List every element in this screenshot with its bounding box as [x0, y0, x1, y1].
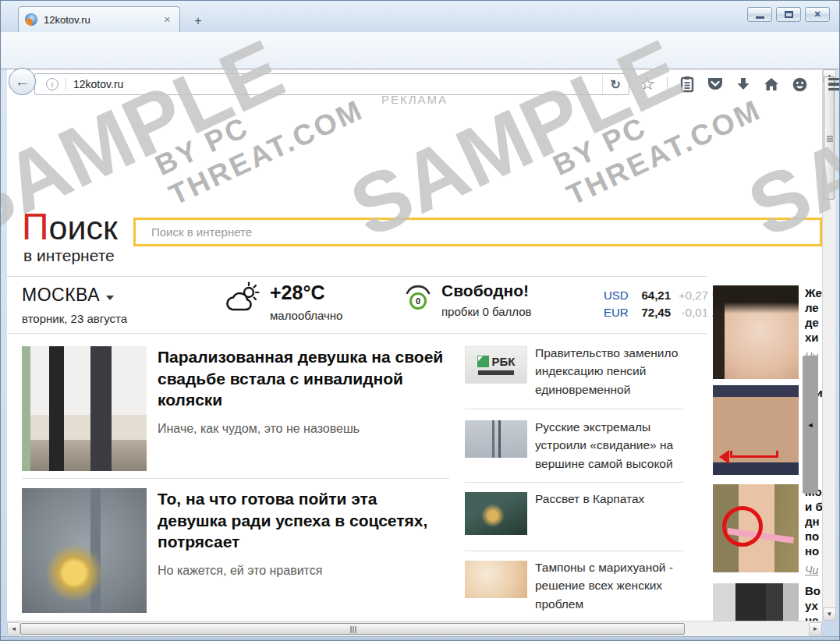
menu-button[interactable] [825, 75, 840, 94]
minimize-button[interactable] [747, 7, 772, 22]
rbc-logo-text: РБК [492, 355, 516, 368]
logo-initial: П [22, 206, 49, 247]
city-selector[interactable]: МОСКВА вторник, 23 августа [22, 285, 127, 325]
currency-value: 72,45 [633, 306, 671, 319]
divider [465, 409, 683, 409]
tab-close-icon[interactable]: ✕ [161, 13, 173, 27]
scroll-down-button[interactable]: ▼ [823, 607, 836, 621]
url-bar[interactable]: i 12kotov.ru ↻ [34, 73, 629, 95]
article-image-wedding[interactable] [22, 346, 147, 471]
article-title[interactable]: Парализованная девушка на своей свадьбе … [158, 346, 449, 411]
browser-tab[interactable]: 12kotov.ru ✕ [18, 6, 180, 32]
star-icon: ☆ [640, 76, 655, 93]
news-item[interactable]: Русские экстремалы устроили «свидание» н… [465, 418, 683, 473]
horizontal-scroll-thumb[interactable] [20, 623, 685, 635]
rbc-logo-bar [478, 370, 514, 375]
traffic-widget[interactable]: 0 Свободно! пробки 0 баллов [402, 282, 532, 318]
chevron-down-icon [106, 296, 114, 300]
divider [7, 333, 707, 334]
ad-image-stomach[interactable] [713, 385, 799, 475]
home-button[interactable] [763, 75, 780, 94]
maximize-button[interactable] [776, 7, 801, 22]
vertical-scrollbar[interactable]: ▲ ▼ [822, 69, 835, 621]
red-arrow-icon [730, 451, 778, 458]
current-date: вторник, 23 августа [22, 312, 127, 325]
news-thumb-tower[interactable] [465, 420, 527, 458]
scroll-right-button[interactable]: ► [809, 622, 822, 636]
close-window-button[interactable]: ✕ [805, 7, 830, 22]
red-circle-icon [722, 506, 763, 547]
horizontal-scrollbar[interactable]: ◄ ► [7, 621, 822, 636]
news-title[interactable]: Рассвет в Карпатах [535, 490, 683, 508]
download-icon [735, 76, 751, 92]
scroll-left-button[interactable]: ◄ [7, 622, 20, 636]
window-frame-bottom [1, 636, 839, 641]
currency-row-usd: USD 64,21 +0,27 ↑ [604, 286, 719, 303]
ad-text: Мо и б дн по но [805, 484, 822, 558]
maximize-icon [785, 11, 793, 18]
ad-read-link[interactable]: Чи [805, 564, 818, 576]
ad-image-shapewear[interactable] [713, 583, 799, 621]
bookmark-star-button[interactable]: ☆ [639, 75, 656, 94]
traffic-detail: пробки 0 баллов [441, 305, 532, 318]
toolbar-actions: ☆ [639, 73, 840, 96]
tab-title: 12kotov.ru [44, 14, 155, 26]
ad-panel-collapse-bar[interactable]: ◄ [803, 356, 818, 494]
site-info-icon[interactable]: i [46, 78, 58, 90]
pocket-button[interactable] [707, 75, 724, 94]
news-item[interactable]: РБК Правительство заменило индексацию пе… [465, 344, 683, 398]
url-text[interactable]: 12kotov.ru [73, 78, 602, 90]
sidebar-ad-item[interactable]: Во ух не ре [713, 583, 822, 621]
currency-change: +0,27 [671, 289, 708, 302]
rbc-logo-icon [477, 356, 489, 367]
toolbar-divider [667, 77, 668, 91]
search-input[interactable] [133, 218, 822, 246]
window-controls: ✕ [747, 7, 830, 22]
news-title[interactable]: Тампоны с марихуаной - решение всех женс… [535, 558, 683, 613]
close-window-icon: ✕ [813, 10, 821, 19]
bookmarks-menu-button[interactable] [679, 75, 696, 94]
smiley-icon [792, 76, 808, 93]
article-item[interactable]: То, на что готова пойти эта девушка ради… [22, 488, 449, 613]
traffic-status: Свободно! [441, 282, 532, 300]
home-icon [763, 76, 780, 92]
traffic-score: 0 [416, 296, 420, 306]
ad-image-face[interactable] [713, 285, 799, 379]
news-title[interactable]: Правительство заменило индексацию пенсий… [535, 344, 683, 398]
thumb-grip [353, 626, 354, 633]
ad-text: Во ух не ре [805, 583, 822, 621]
article-image-rooftop-selfie[interactable] [22, 488, 147, 613]
news-title[interactable]: Русские экстремалы устроили «свидание» н… [535, 418, 683, 473]
news-thumb-rbc-logo[interactable]: РБК [465, 346, 527, 384]
navigation-toolbar: ← i 12kotov.ru ↻ ☆ [1, 32, 839, 69]
currency-widget[interactable]: USD 64,21 +0,27 ↑ EUR 72,45 -0,01 ↓ [604, 286, 719, 320]
weather-widget[interactable]: +28°C малооблачно [223, 282, 342, 322]
news-item[interactable]: Рассвет в Карпатах [465, 490, 683, 508]
ad-image-body-circle[interactable] [713, 484, 799, 572]
url-separator [66, 78, 66, 91]
news-item[interactable]: Тампоны с марихуаной - решение всех женс… [465, 558, 683, 613]
minimize-icon [756, 16, 764, 19]
collapse-left-icon: ◄ [807, 421, 814, 429]
divider [7, 276, 707, 277]
article-title[interactable]: То, на что готова пойти эта девушка ради… [158, 488, 449, 553]
divider [465, 551, 683, 551]
news-thumb-carpathians[interactable] [465, 492, 527, 535]
article-item[interactable]: Парализованная девушка на своей свадьбе … [22, 346, 449, 471]
news-thumb-blonde[interactable] [465, 561, 527, 598]
back-button[interactable]: ← [9, 68, 36, 95]
site-logo: Поиск в интернете [22, 208, 118, 264]
globe-favicon-icon [25, 13, 37, 26]
page-viewport: РЕКЛАМА Поиск в интернете МОСКВА вторник… [7, 69, 822, 621]
city-name[interactable]: МОСКВА [22, 285, 100, 306]
reload-button[interactable]: ↻ [602, 74, 629, 94]
clipboard-icon [679, 76, 695, 93]
divider [465, 482, 683, 483]
feedback-button[interactable] [791, 75, 808, 94]
currency-code: EUR [604, 306, 633, 319]
currency-change: -0,01 [671, 306, 708, 319]
sidebar-ad-item[interactable]: Мо и б дн по но Чи [713, 484, 822, 577]
downloads-button[interactable] [735, 75, 752, 94]
new-tab-button[interactable]: + [186, 11, 210, 31]
currency-code: USD [604, 289, 633, 302]
